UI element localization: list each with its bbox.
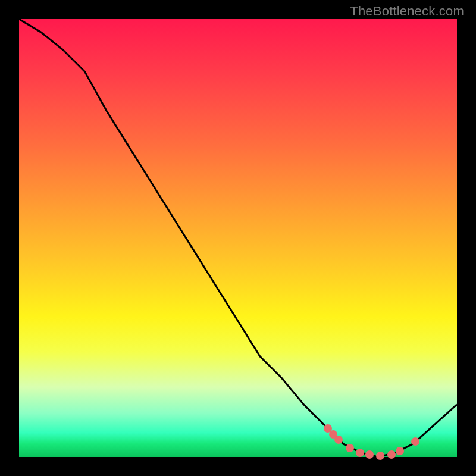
highlight-dot: [411, 437, 419, 446]
highlight-dot: [396, 447, 404, 455]
curve-svg: [19, 19, 457, 457]
highlight-dot: [376, 452, 384, 460]
watermark-label: TheBottleneck.com: [350, 4, 464, 19]
bottleneck-curve-path: [19, 19, 457, 457]
highlight-dot: [346, 444, 354, 452]
highlight-dot: [356, 449, 364, 457]
highlight-dot: [365, 450, 374, 459]
chart-frame: TheBottleneck.com: [0, 0, 476, 476]
highlight-dot: [387, 450, 396, 459]
plot-area: [19, 19, 457, 457]
highlight-dot: [334, 436, 343, 444]
